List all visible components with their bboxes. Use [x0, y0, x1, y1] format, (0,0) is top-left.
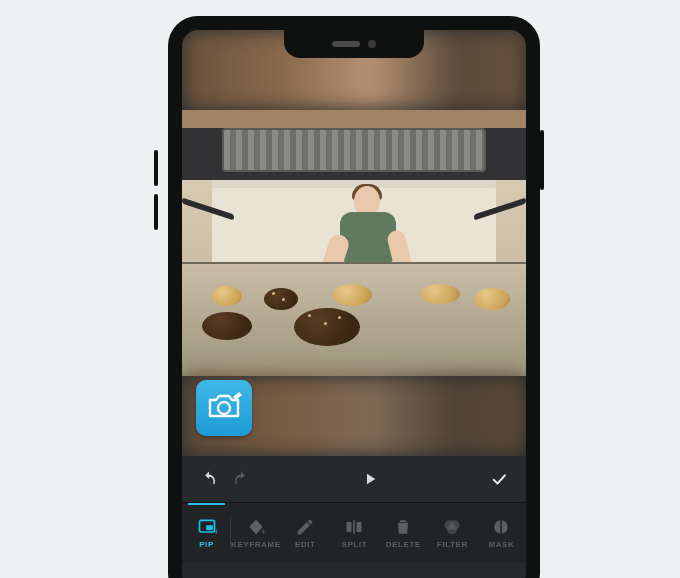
tool-label: DELETE: [386, 540, 421, 549]
svg-point-0: [218, 402, 230, 414]
tool-edit[interactable]: EDIT: [281, 503, 330, 563]
svg-text:+: +: [261, 527, 266, 537]
cookie: [294, 308, 360, 346]
phone-volume-up: [154, 150, 158, 186]
tool-label: SPLIT: [341, 540, 367, 549]
phone-notch: [284, 30, 424, 58]
svg-text:+: +: [213, 527, 216, 537]
speaker-grill: [332, 41, 360, 47]
tool-label: KEYFRAME: [231, 540, 281, 549]
tool-label: MASK: [488, 540, 514, 549]
split-icon: [344, 517, 364, 537]
confirm-button[interactable]: [490, 470, 508, 488]
phone-frame: + PIP + KEYFRAME EDIT SPLIT DELETE: [168, 16, 540, 578]
svg-rect-12: [501, 520, 503, 535]
tool-pip[interactable]: + PIP: [182, 503, 231, 563]
tool-keyframe[interactable]: + KEYFRAME: [231, 503, 281, 563]
filter-icon: [442, 517, 462, 537]
tool-label: EDIT: [295, 540, 316, 549]
edit-icon: [295, 517, 315, 537]
edit-toolbar: + PIP + KEYFRAME EDIT SPLIT DELETE: [182, 502, 526, 563]
tool-delete[interactable]: DELETE: [379, 503, 428, 563]
cookie: [332, 284, 372, 306]
tool-mask[interactable]: MASK: [477, 503, 526, 563]
video-preview[interactable]: [182, 30, 526, 456]
cookie: [212, 286, 242, 306]
watermark-badge[interactable]: [196, 380, 252, 436]
svg-rect-2: [206, 525, 213, 530]
cookie: [474, 288, 510, 310]
keyframe-icon: +: [246, 517, 266, 537]
mask-icon: [491, 517, 511, 537]
cookie: [264, 288, 298, 310]
baking-tray: [182, 262, 526, 376]
delete-icon: [393, 517, 413, 537]
cookie: [420, 284, 460, 304]
tool-split[interactable]: SPLIT: [330, 503, 379, 563]
oven-ceiling: [222, 128, 486, 172]
camera-eraser-icon: [206, 391, 242, 425]
svg-rect-7: [353, 520, 355, 533]
phone-volume-down: [154, 194, 158, 230]
app-screen: + PIP + KEYFRAME EDIT SPLIT DELETE: [182, 30, 526, 578]
phone-power-button: [540, 130, 544, 190]
tool-label: FILTER: [437, 540, 468, 549]
svg-point-10: [447, 525, 457, 535]
svg-rect-5: [347, 522, 352, 532]
redo-button[interactable]: [232, 470, 250, 488]
undo-button[interactable]: [200, 470, 218, 488]
playback-bar: [182, 456, 526, 502]
tool-label: PIP: [199, 540, 214, 549]
tool-filter[interactable]: FILTER: [428, 503, 477, 563]
svg-rect-6: [357, 522, 362, 532]
pip-icon: +: [197, 517, 217, 537]
play-button[interactable]: [361, 470, 379, 488]
front-camera: [368, 40, 376, 48]
preview-frame-image: [182, 110, 526, 376]
cookie: [202, 312, 252, 340]
